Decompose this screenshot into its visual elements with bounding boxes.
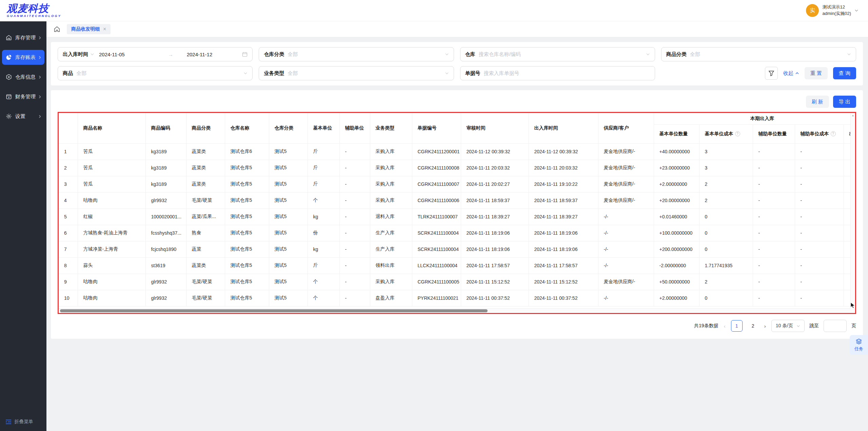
sidebar-item-inventory-management[interactable]: 库存管理: [2, 30, 44, 45]
collapse-menu-button[interactable]: 折叠菜单: [5, 419, 46, 425]
refresh-button[interactable]: 刷 新: [806, 96, 829, 108]
cell-warehouse[interactable]: 测试仓库5: [225, 192, 269, 209]
cell-base_cost: 2: [699, 274, 753, 290]
sidebar-item-label: 库存账表: [15, 54, 38, 61]
scrollbar-thumb[interactable]: [60, 309, 488, 312]
cell-doc_no[interactable]: SCRK24111100004: [412, 241, 461, 257]
sidebar-item-warehouse-info[interactable]: 仓库信息: [2, 70, 44, 84]
date-from[interactable]: 2024-11-05: [99, 52, 125, 57]
sidebar-item-finance-management[interactable]: ¥ 财务管理: [2, 89, 44, 104]
page-button-1[interactable]: 1: [731, 320, 743, 332]
page-button-2[interactable]: 2: [747, 320, 759, 332]
cell-name[interactable]: 方城熟食-耗油上海青: [78, 225, 145, 241]
page-jump-input[interactable]: [824, 320, 847, 332]
cell-name[interactable]: 红椒: [78, 209, 145, 225]
cell-aux_qty: -: [753, 160, 795, 176]
horizontal-scrollbar[interactable]: [59, 308, 850, 313]
chevron-right-icon: [38, 115, 42, 118]
cell-biz_type: 生产入库: [370, 225, 412, 241]
filter-warehouse[interactable]: 仓库 搜索仓库名称/编码: [460, 47, 655, 61]
scroll-up-icon[interactable]: ▲: [852, 114, 854, 117]
cell-doc_no[interactable]: CGRK24111100007: [412, 176, 461, 192]
calendar-icon: [242, 52, 248, 57]
cell-warehouse[interactable]: 测试仓库6: [225, 143, 269, 160]
user-menu[interactable]: 实 测试演示12 admin(实施02): [806, 4, 859, 17]
cell-audit_time: 2024-11-11 20:02:27: [461, 176, 529, 192]
cell-warehouse[interactable]: 测试仓库5: [225, 241, 269, 257]
cell-doc_no[interactable]: TLRK24111100007: [412, 209, 461, 225]
filter-business-type[interactable]: 业务类型 全部: [259, 66, 454, 80]
cell-name[interactable]: 苦瓜: [78, 160, 145, 176]
cell-warehouse[interactable]: 测试仓库5: [225, 176, 269, 192]
cell-name[interactable]: 苦瓜: [78, 143, 145, 160]
collapse-filters-link[interactable]: 收起: [783, 70, 799, 77]
table-row: 7方城净菜-上海青fcjcshq1890蔬菜测试仓库5测试5kg-生产入库SCR…: [59, 241, 850, 257]
sidebar-item-settings[interactable]: 设置: [2, 109, 44, 124]
page-size-select[interactable]: 10 条/页: [771, 320, 805, 332]
cell-warehouse[interactable]: 测试仓库5: [225, 257, 269, 274]
pie-chart-icon: [5, 54, 12, 61]
warehouse-box-icon: [5, 34, 12, 41]
cell-name[interactable]: 咕噜肉: [78, 192, 145, 209]
search-button[interactable]: 查 询: [833, 67, 856, 79]
column-header-overflow: 出: [844, 124, 850, 143]
cell-aux_unit: -: [339, 274, 370, 290]
cell-biz_type: 采购入库: [370, 160, 412, 176]
cell-doc_no[interactable]: LLCK24111100004: [412, 257, 461, 274]
cell-doc_no[interactable]: PYRK24111100021: [412, 290, 461, 306]
report-table: 商品名称商品编码商品分类仓库名称仓库分类基本单位辅助单位业务类型单据编号审核时间…: [59, 113, 850, 307]
filter-funnel-button[interactable]: [765, 67, 778, 80]
cell-doc_no[interactable]: SCRK24111100004: [412, 225, 461, 241]
cell-base_unit: 份: [308, 225, 339, 241]
tab-goods-ledger[interactable]: 商品收发明细 ×: [67, 24, 111, 34]
filter-product-category[interactable]: 商品分类 全部: [661, 47, 856, 61]
prev-page-icon[interactable]: ‹: [723, 323, 726, 329]
filter-product[interactable]: 商品 全部: [58, 66, 253, 80]
cell-doc_no[interactable]: CGRK24111100005: [412, 274, 461, 290]
cell-idx: 6: [59, 225, 78, 241]
help-icon[interactable]: ?: [735, 131, 740, 136]
filter-label: 仓库: [465, 51, 475, 58]
vertical-scrollbar[interactable]: ▲▼: [850, 113, 855, 308]
home-icon[interactable]: [53, 25, 61, 33]
cell-name[interactable]: 咕噜肉: [78, 290, 145, 306]
close-icon[interactable]: ×: [103, 26, 106, 32]
cell-doc_no[interactable]: CGRK24111100008: [412, 160, 461, 176]
cell-io_time: 2024-11-12 00:39:32: [529, 143, 598, 160]
sidebar-item-inventory-reports[interactable]: 库存账表: [2, 50, 44, 65]
cell-warehouse[interactable]: 测试仓库5: [225, 160, 269, 176]
cell-name[interactable]: 苦瓜: [78, 176, 145, 192]
scroll-down-icon[interactable]: ▼: [852, 304, 854, 307]
cell-warehouse[interactable]: 测试仓库5: [225, 209, 269, 225]
cell-biz_type: 采购入库: [370, 274, 412, 290]
layers-icon: [855, 338, 862, 345]
filter-warehouse-category[interactable]: 仓库分类 全部: [259, 47, 454, 61]
column-header-audit_time: 审核时间: [461, 113, 529, 143]
help-icon[interactable]: ?: [831, 131, 836, 136]
cell-base_qty: +200.00000000: [654, 241, 699, 257]
cell-overflow: [844, 257, 850, 274]
cell-warehouse[interactable]: 测试仓库5: [225, 290, 269, 306]
cell-doc_no[interactable]: CGRK24111200001: [412, 143, 461, 160]
cell-name[interactable]: 蒜头: [78, 257, 145, 274]
export-button[interactable]: 导 出: [833, 96, 856, 108]
filter-doc-no[interactable]: 单据号 搜索入库单据号: [460, 66, 655, 80]
cell-aux_qty: -: [753, 209, 795, 225]
cell-warehouse[interactable]: 测试仓库5: [225, 274, 269, 290]
cell-name[interactable]: 方城净菜-上海青: [78, 241, 145, 257]
next-page-icon[interactable]: ›: [764, 323, 767, 329]
cell-audit_time: 2024-11-11 18:59:37: [461, 192, 529, 209]
reset-button[interactable]: 重 置: [805, 67, 828, 79]
brand-logo[interactable]: 观麦科技 GUANMAITECHNOLOGY: [7, 3, 61, 18]
date-to[interactable]: 2024-11-12: [187, 52, 213, 57]
cell-category: 蔬菜/瓜果...: [186, 209, 225, 225]
cell-biz_type: 盘盈入库: [370, 290, 412, 306]
report-tbody: 1苦瓜kg3189蔬菜类测试仓库6测试5斤-采购入库CGRK2411120000…: [59, 143, 850, 306]
filter-io-time[interactable]: 出入库时间 2024-11-05 → 2024-11-12: [58, 47, 253, 61]
report-card: 刷 新 导 出 商品名称商品编码商品分类仓库名称仓库分类基本单位辅助单位业务类型…: [51, 90, 863, 339]
chevron-down-icon: [90, 52, 94, 56]
cell-doc_no[interactable]: CGRK24111100006: [412, 192, 461, 209]
task-fab[interactable]: 任务: [850, 335, 868, 355]
cell-warehouse[interactable]: 测试仓库5: [225, 225, 269, 241]
cell-name[interactable]: 咕噜肉: [78, 274, 145, 290]
